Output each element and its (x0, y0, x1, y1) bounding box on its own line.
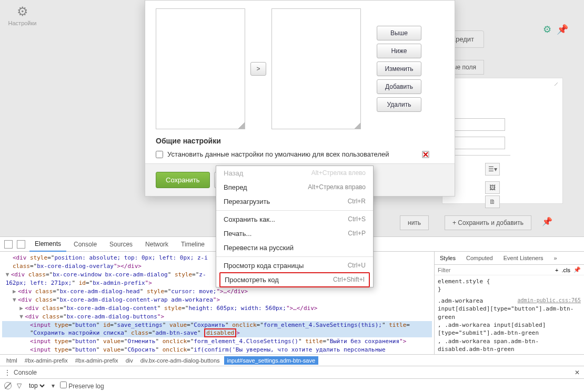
css-rule: element.style { (438, 277, 581, 285)
checkbox-label: Установить данные настройки по умолчанию… (167, 150, 389, 158)
ctx-label: Просмотреть код (225, 276, 279, 284)
gear-icon[interactable]: ⚙ (543, 24, 551, 35)
tab-sources[interactable]: Sources (104, 238, 138, 251)
tab-network[interactable]: Network (140, 238, 174, 251)
list-icon-button[interactable]: ☰▾ (485, 163, 500, 176)
add-button[interactable]: Добавить (377, 79, 421, 94)
tab-elements[interactable]: Elements (29, 237, 66, 252)
ctx-shortcut: Ctrl+Shift+I (333, 276, 365, 284)
separator (216, 210, 373, 211)
more-icon[interactable]: ⋮ (4, 369, 11, 376)
apply-button[interactable]: нить (400, 215, 429, 230)
bc-html[interactable]: html (3, 356, 21, 365)
ctx-shortcut: Ctrl+U (348, 262, 366, 270)
ctx-inspect-highlight: Просмотреть кодCtrl+Shift+I (219, 272, 370, 287)
pin-icon[interactable]: 📌 (542, 216, 552, 226)
ctx-label: Просмотр кода страницы (224, 262, 304, 270)
move-up-button[interactable]: Выше (377, 26, 421, 40)
settings-nav-item[interactable]: ⚙ Настройки (0, 0, 45, 32)
bc-prefix[interactable]: #bx-admin-prefix (22, 356, 71, 365)
styles-body[interactable]: element.style { } admin-public.css:765.a… (435, 275, 584, 354)
ctx-translate[interactable]: Перевести на русский (216, 241, 373, 255)
ctx-forward[interactable]: ВпередAlt+Стрелка вправо (216, 180, 373, 194)
ctx-label: Печать... (224, 230, 251, 238)
move-down-button[interactable]: Ниже (377, 44, 421, 58)
ctx-print[interactable]: Печать...Ctrl+P (216, 226, 373, 241)
css-source-link[interactable]: admin-public.css:765 (518, 297, 581, 304)
close-icon[interactable]: ✕ (575, 369, 580, 376)
ctx-label: Назад (224, 169, 243, 177)
settings-label: Настройки (0, 20, 45, 26)
gear-icon: ⚙ (0, 4, 45, 19)
collapse-icon[interactable]: ⟋ (553, 80, 559, 88)
cls-toggle[interactable]: .cls (562, 267, 571, 273)
section-title: Общие настройки (156, 137, 444, 145)
styles-filter-input[interactable] (438, 267, 552, 273)
ctx-save-as[interactable]: Сохранить как...Ctrl+S (216, 212, 373, 226)
context-menu: НазадAlt+Стрелка влево ВпередAlt+Стрелка… (216, 166, 374, 287)
bc-active[interactable]: input#save_settings.adm-btn-save (224, 356, 319, 365)
console-toolbar: ▽ top ▾ Preserve log (0, 378, 584, 392)
tab-event-listeners[interactable]: Event Listeners (498, 252, 549, 264)
inspect-icon[interactable] (4, 240, 13, 249)
default-for-all-row: Установить данные настройки по умолчанию… (156, 150, 444, 158)
bc-buttons[interactable]: div.bx-core-adm-dialog-buttons (137, 356, 223, 365)
ctx-back[interactable]: НазадAlt+Стрелка влево (216, 166, 373, 180)
ctx-inspect[interactable]: Просмотреть кодCtrl+Shift+I (225, 276, 365, 284)
clear-console-icon[interactable] (4, 382, 12, 389)
ctx-label: Сохранить как... (224, 215, 275, 223)
device-icon[interactable] (17, 240, 25, 249)
separator (216, 256, 373, 257)
console-drawer-header: ⋮ Console ✕ (0, 366, 584, 378)
lists-row: > Выше Ниже Изменить Добавить Удалить (156, 8, 444, 129)
css-selector: .adm-workarea (438, 297, 483, 304)
save-button[interactable]: Сохранить (156, 172, 210, 188)
ctx-label: Вперед (224, 183, 247, 191)
context-select[interactable]: top (27, 381, 46, 390)
delete-button[interactable]: Удалить (377, 97, 421, 112)
preserve-log-label: Preserve log (68, 383, 104, 390)
bc-prefix[interactable]: #bx-admin-prefix (72, 356, 122, 365)
file-icon-button[interactable]: 🗎 (485, 195, 500, 208)
css-selector: , .adm-workarea span.adm-btn-disabled.ad… (438, 337, 581, 354)
ctx-reload[interactable]: ПерезагрузитьCtrl+R (216, 194, 373, 209)
styles-filter-row: + .cls 📌 (435, 265, 584, 275)
more-icon[interactable]: » (549, 252, 562, 264)
pin-icon[interactable]: 📌 (573, 266, 581, 273)
elements-breadcrumb: html #bx-admin-prefix #bx-admin-prefix d… (0, 354, 584, 366)
styles-panel: Styles Computed Event Listeners » + .cls… (434, 252, 584, 354)
reorder-buttons: Выше Ниже Изменить Добавить Удалить (377, 26, 421, 112)
tab-styles[interactable]: Styles (435, 252, 461, 264)
ctx-shortcut: Ctrl+P (348, 230, 366, 238)
ctx-shortcut: Alt+Стрелка вправо (308, 183, 366, 191)
tab-computed[interactable]: Computed (461, 252, 498, 264)
preserve-log-row[interactable]: Preserve log (60, 381, 104, 390)
console-label: Console (14, 369, 37, 376)
delete-icon[interactable] (422, 151, 429, 158)
css-brace: } (438, 285, 581, 293)
filter-icon[interactable]: ▽ (17, 382, 22, 389)
ctx-shortcut: Ctrl+R (348, 198, 366, 205)
save-and-add-button[interactable]: + Сохранить и добавить (445, 215, 531, 230)
pin-icon[interactable]: 📌 (557, 24, 568, 35)
add-rule-icon[interactable]: + (555, 267, 558, 273)
css-selector: , .adm-workarea input[disabled][type="su… (438, 321, 581, 337)
tab-console[interactable]: Console (68, 238, 102, 251)
ctx-shortcut: Alt+Стрелка влево (311, 169, 366, 177)
preserve-log-checkbox[interactable] (60, 381, 67, 388)
move-right-button[interactable]: > (250, 62, 266, 76)
edit-button[interactable]: Изменить (377, 61, 421, 76)
level-select[interactable]: ▾ (52, 382, 55, 389)
dialog-body: > Выше Ниже Изменить Добавить Удалить Об… (145, 1, 455, 163)
ctx-view-source[interactable]: Просмотр кода страницыCtrl+U (216, 259, 373, 273)
source-listbox[interactable] (156, 8, 245, 129)
save-add-label: Сохранить и добавить (458, 219, 523, 226)
default-for-all-checkbox[interactable] (156, 151, 163, 158)
styles-tabs: Styles Computed Event Listeners » (435, 252, 584, 265)
bc-div[interactable]: div (123, 356, 136, 365)
ctx-shortcut: Ctrl+S (348, 215, 366, 223)
ctx-label: Перевести на русский (224, 244, 294, 252)
tab-timeline[interactable]: Timeline (176, 238, 210, 251)
image-icon-button[interactable]: 🖼 (485, 181, 500, 194)
target-listbox[interactable] (271, 8, 361, 129)
